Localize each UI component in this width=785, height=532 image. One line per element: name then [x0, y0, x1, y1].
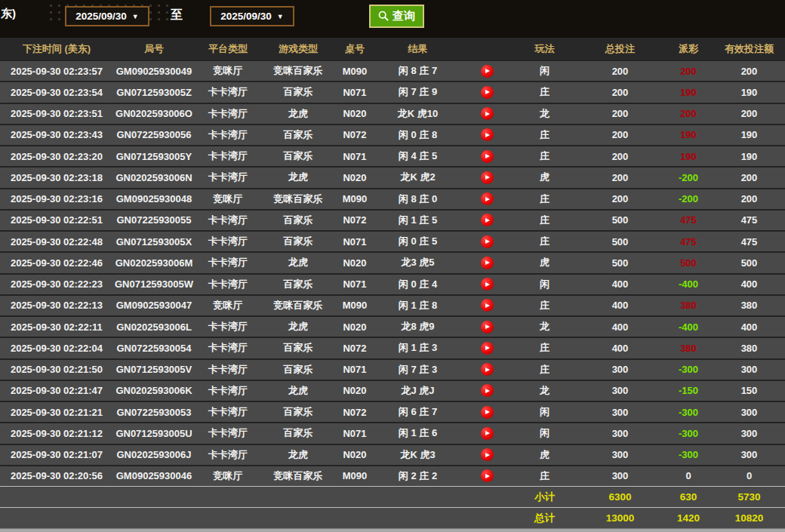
play-icon [485, 367, 490, 372]
query-button[interactable]: 查询 [369, 5, 424, 28]
round-id-cell: GN0202593006O [113, 108, 195, 119]
table-no-cell: N071 [335, 428, 374, 439]
platform-cell: 卡卡湾厅 [195, 320, 261, 334]
round-id-cell: GN0712593005U [113, 428, 195, 439]
platform-cell: 卡卡湾厅 [195, 448, 261, 462]
game-type-cell: 百家乐 [261, 128, 335, 142]
total-bet-cell: 200 [577, 66, 663, 77]
replay-play-button[interactable] [481, 86, 494, 99]
play-icon [485, 90, 490, 94]
replay-cell [461, 214, 513, 226]
bet-records-page: 东) 2025/09/30 ▼ 至 2025/09/30 ▼ 查询 下注时间 (… [0, 0, 785, 532]
game-type-cell: 百家乐 [261, 363, 335, 377]
col-header-platform: 平台类型 [195, 42, 261, 56]
replay-play-button[interactable] [481, 342, 494, 355]
total-bet-cell: 200 [577, 108, 663, 119]
bet-time-cell: 2025-09-30 02:22:51 [0, 214, 113, 226]
date-from-select[interactable]: 2025/09/30 ▼ [65, 6, 149, 26]
replay-play-button[interactable] [481, 469, 494, 482]
valid-bet-cell: 500 [713, 257, 785, 269]
replay-play-button[interactable] [481, 363, 494, 376]
total-bet-cell: 300 [577, 407, 663, 418]
replay-play-button[interactable] [481, 214, 494, 226]
replay-play-button[interactable] [481, 257, 494, 269]
replay-play-button[interactable] [481, 171, 494, 184]
round-id-cell: GN0712593005W [113, 278, 195, 290]
platform-cell: 竞咪厅 [195, 299, 261, 312]
query-toolbar: 东) 2025/09/30 ▼ 至 2025/09/30 ▼ 查询 [0, 0, 785, 38]
col-header-table-no: 桌号 [335, 42, 374, 56]
valid-bet-cell: 190 [713, 129, 785, 140]
play-icon [485, 453, 490, 457]
play-icon [485, 474, 490, 478]
subtotal-row: 小计 6300 630 5730 [0, 486, 785, 507]
replay-play-button[interactable] [481, 107, 494, 120]
bet-time-cell: 2025-09-30 02:23:16 [0, 193, 113, 204]
replay-play-button[interactable] [481, 427, 494, 440]
bet-time-cell: 2025-09-30 02:22:46 [0, 257, 113, 269]
replay-play-button[interactable] [481, 128, 494, 141]
replay-play-button[interactable] [481, 299, 494, 312]
game-type-cell: 百家乐 [261, 85, 335, 99]
bet-time-cell: 2025-09-30 02:22:48 [0, 236, 113, 248]
round-id-cell: GN0712593005Z [113, 87, 195, 98]
play-icon [485, 260, 490, 265]
payout-cell: -150 [663, 385, 713, 396]
game-type-cell: 竞咪百家乐 [261, 64, 335, 78]
bet-time-cell: 2025-09-30 02:23:18 [0, 172, 113, 183]
play-icon [485, 154, 490, 158]
game-type-cell: 百家乐 [261, 341, 335, 355]
col-header-play-type: 玩法 [513, 42, 577, 56]
valid-bet-cell: 380 [713, 343, 785, 354]
replay-play-button[interactable] [481, 448, 494, 461]
play-icon [485, 282, 490, 287]
replay-play-button[interactable] [481, 235, 494, 248]
payout-cell: 190 [663, 87, 713, 98]
result-cell: 龙K 虎2 [374, 171, 461, 184]
replay-play-button[interactable] [481, 406, 494, 419]
col-header-total-bet: 总投注 [577, 42, 663, 56]
date-to-select[interactable]: 2025/09/30 ▼ [210, 6, 294, 26]
table-no-cell: M090 [335, 470, 374, 481]
round-id-cell: GN0202593006N [113, 172, 195, 183]
replay-play-button[interactable] [481, 278, 494, 291]
play-type-cell: 庄 [513, 85, 577, 99]
bottom-scroll-strip[interactable] [0, 528, 785, 532]
table-row: 2025-09-30 02:21:50 GN0712593005V 卡卡湾厅 百… [0, 358, 785, 380]
bet-time-cell: 2025-09-30 02:23:20 [0, 151, 113, 162]
replay-play-button[interactable] [481, 384, 494, 397]
replay-play-button[interactable] [481, 65, 494, 78]
total-bet-cell: 500 [577, 236, 663, 248]
date-from-value: 2025/09/30 [75, 11, 127, 22]
table-no-cell: N072 [335, 214, 374, 226]
replay-cell [461, 469, 513, 482]
subtotal-valid-bet: 5730 [713, 491, 785, 503]
valid-bet-cell: 200 [713, 172, 785, 183]
table-row: 2025-09-30 02:22:48 GN0712593005X 卡卡湾厅 百… [0, 230, 785, 251]
replay-play-button[interactable] [481, 192, 494, 205]
play-type-cell: 龙 [513, 107, 577, 121]
payout-cell: -400 [663, 278, 713, 290]
round-id-cell: GN07225930053 [113, 407, 195, 418]
replay-play-button[interactable] [481, 150, 494, 163]
total-bet-cell: 500 [577, 257, 663, 269]
play-type-cell: 闲 [513, 64, 577, 78]
subtotal-label: 小计 [513, 490, 577, 504]
platform-cell: 卡卡湾厅 [195, 405, 261, 419]
payout-cell: -300 [663, 449, 713, 460]
total-bet-cell: 200 [577, 193, 663, 204]
play-icon [485, 346, 490, 350]
play-type-cell: 龙 [513, 320, 577, 334]
payout-cell: -300 [663, 428, 713, 439]
game-type-cell: 百家乐 [261, 405, 335, 419]
subtotal-payout: 630 [663, 491, 713, 503]
table-header-row: 下注时间 (美东) 局号 平台类型 游戏类型 桌号 结果 玩法 总投注 派彩 有… [0, 38, 785, 60]
replay-play-button[interactable] [481, 321, 494, 334]
total-bet-cell: 400 [577, 278, 663, 290]
subtotal-total-bet: 6300 [577, 491, 663, 503]
bet-time-cell: 2025-09-30 02:23:51 [0, 108, 113, 119]
bet-time-cell: 2025-09-30 02:21:50 [0, 364, 113, 375]
table-row: 2025-09-30 02:22:51 GN07225930055 卡卡湾厅 百… [0, 209, 785, 230]
cropped-label: 东) [1, 7, 16, 21]
platform-cell: 卡卡湾厅 [195, 278, 261, 291]
